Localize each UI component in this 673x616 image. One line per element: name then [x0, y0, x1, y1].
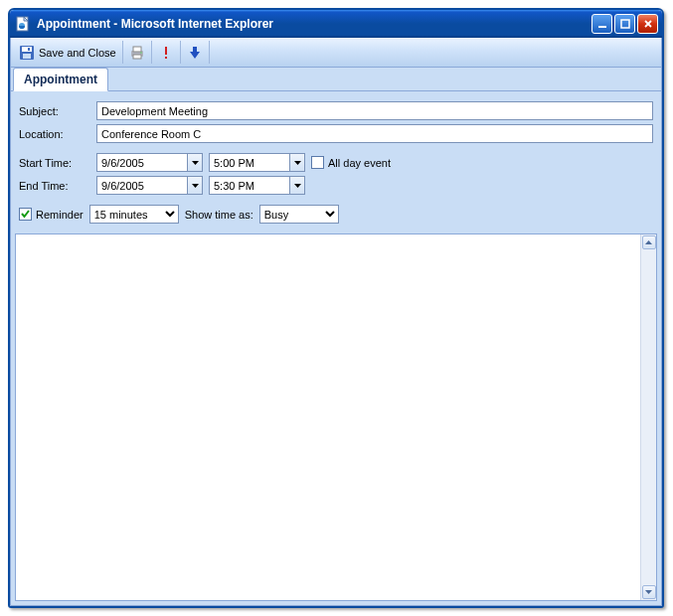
svg-rect-6 [23, 54, 31, 59]
svg-rect-7 [28, 48, 30, 51]
chevron-down-icon[interactable] [289, 177, 304, 194]
toolbar: Save and Close [11, 38, 661, 68]
subject-row: Subject: [19, 101, 653, 120]
svg-point-11 [140, 52, 142, 54]
down-arrow-icon [187, 45, 203, 61]
start-time-row: Start Time: All day event [19, 153, 653, 172]
start-date-input[interactable] [97, 154, 187, 171]
toolbar-spacer [209, 41, 659, 64]
location-row: Location: [19, 124, 653, 143]
reminder-select[interactable]: 15 minutes [89, 205, 179, 224]
reminder-checkbox-group[interactable]: Reminder [19, 208, 84, 221]
tab-label: Appointment [24, 73, 97, 86]
location-input[interactable] [96, 124, 653, 143]
close-button[interactable] [637, 14, 658, 34]
window-title: Appointment - Microsoft Internet Explore… [37, 17, 591, 31]
svg-rect-5 [22, 47, 32, 52]
scroll-up-button[interactable] [642, 235, 656, 249]
vertical-scrollbar[interactable] [640, 234, 656, 600]
exclamation-icon [158, 45, 174, 61]
end-time-input[interactable] [210, 177, 289, 194]
start-time-combo[interactable] [209, 153, 305, 172]
save-and-close-button[interactable]: Save and Close [13, 41, 123, 64]
all-day-label: All day event [328, 157, 391, 169]
maximize-button[interactable] [614, 14, 635, 34]
all-day-checkbox[interactable] [311, 156, 324, 169]
chevron-down-icon[interactable] [289, 154, 304, 171]
svg-rect-2 [598, 26, 606, 28]
svg-rect-13 [165, 57, 167, 59]
printer-icon [129, 45, 145, 61]
ie-page-icon [16, 16, 32, 32]
start-time-label: Start Time: [19, 157, 90, 169]
show-time-as-select[interactable]: Busy [259, 205, 339, 224]
minimize-button[interactable] [591, 14, 612, 34]
appointment-form: Subject: Location: Start Time: [11, 91, 661, 233]
svg-rect-3 [621, 20, 629, 28]
window-controls [591, 14, 658, 34]
tab-appointment[interactable]: Appointment [13, 68, 108, 91]
scroll-track[interactable] [641, 250, 656, 584]
app-window: Appointment - Microsoft Internet Explore… [8, 8, 664, 608]
subject-input[interactable] [96, 101, 653, 120]
show-time-as-label: Show time as: [185, 209, 253, 221]
low-importance-button[interactable] [181, 41, 209, 64]
subject-label: Subject: [19, 105, 90, 117]
all-day-checkbox-group[interactable]: All day event [311, 156, 391, 169]
save-icon [19, 45, 35, 61]
start-date-combo[interactable] [96, 153, 203, 172]
reminder-row: Reminder 15 minutes Show time as: Busy [19, 205, 653, 224]
end-time-row: End Time: [19, 176, 653, 195]
high-importance-button[interactable] [152, 41, 181, 64]
end-date-combo[interactable] [96, 176, 203, 195]
svg-rect-12 [165, 47, 167, 55]
scroll-down-button[interactable] [642, 585, 656, 599]
end-date-input[interactable] [97, 177, 187, 194]
svg-rect-9 [133, 47, 141, 52]
save-and-close-label: Save and Close [39, 47, 116, 59]
chevron-down-icon[interactable] [187, 177, 202, 194]
chevron-down-icon[interactable] [187, 154, 202, 171]
svg-rect-10 [133, 55, 141, 59]
end-time-combo[interactable] [209, 176, 305, 195]
start-time-input[interactable] [210, 154, 289, 171]
notes-textarea[interactable] [16, 234, 640, 600]
titlebar: Appointment - Microsoft Internet Explore… [10, 10, 662, 38]
end-time-label: End Time: [19, 180, 90, 192]
print-button[interactable] [123, 41, 152, 64]
client-area: Save and Close Appointment [10, 38, 662, 606]
location-label: Location: [19, 128, 90, 140]
tab-strip: Appointment [11, 68, 661, 91]
reminder-checkbox[interactable] [19, 208, 32, 221]
reminder-label: Reminder [36, 209, 84, 221]
notes-area [15, 233, 657, 601]
